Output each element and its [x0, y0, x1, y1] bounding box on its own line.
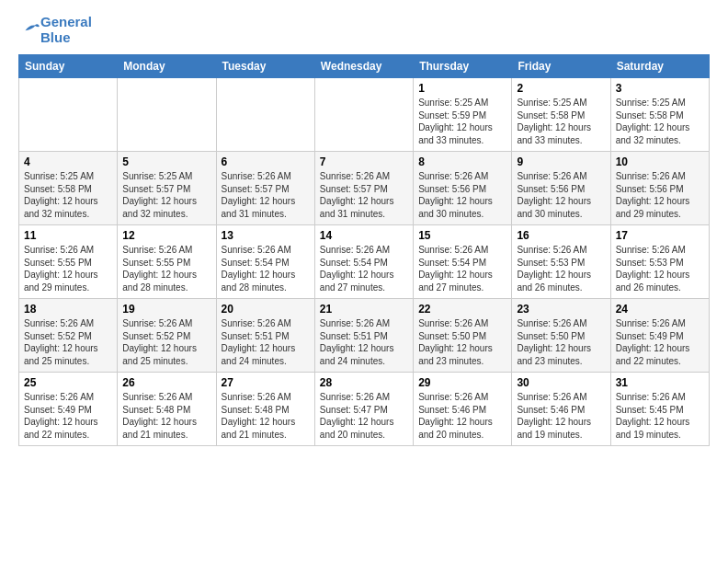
- day-number: 25: [24, 376, 112, 389]
- calendar-cell: 24Sunrise: 5:26 AM Sunset: 5:49 PM Dayli…: [610, 299, 709, 373]
- day-info: Sunrise: 5:26 AM Sunset: 5:57 PM Dayligh…: [222, 170, 310, 220]
- calendar-cell: 10Sunrise: 5:26 AM Sunset: 5:56 PM Dayli…: [610, 152, 709, 225]
- day-number: 13: [222, 229, 310, 242]
- day-info: Sunrise: 5:26 AM Sunset: 5:50 PM Dayligh…: [418, 317, 506, 367]
- day-number: 9: [517, 155, 605, 168]
- day-info: Sunrise: 5:26 AM Sunset: 5:54 PM Dayligh…: [418, 244, 506, 293]
- calendar-cell: 3Sunrise: 5:25 AM Sunset: 5:58 PM Daylig…: [610, 78, 709, 152]
- day-number: 24: [616, 303, 704, 316]
- calendar-cell: 27Sunrise: 5:26 AM Sunset: 5:48 PM Dayli…: [216, 373, 314, 446]
- calendar-cell: 4Sunrise: 5:25 AM Sunset: 5:58 PM Daylig…: [19, 152, 118, 225]
- day-number: 4: [24, 155, 112, 168]
- calendar-cell: 5Sunrise: 5:25 AM Sunset: 5:57 PM Daylig…: [118, 152, 216, 225]
- day-number: 14: [320, 229, 408, 242]
- day-info: Sunrise: 5:26 AM Sunset: 5:53 PM Dayligh…: [616, 244, 704, 293]
- day-info: Sunrise: 5:26 AM Sunset: 5:53 PM Dayligh…: [517, 244, 605, 293]
- calendar-cell: 13Sunrise: 5:26 AM Sunset: 5:54 PM Dayli…: [216, 225, 314, 299]
- calendar-cell: [19, 78, 118, 152]
- day-info: Sunrise: 5:26 AM Sunset: 5:50 PM Dayligh…: [517, 317, 605, 367]
- day-number: 1: [418, 82, 506, 95]
- day-info: Sunrise: 5:26 AM Sunset: 5:51 PM Dayligh…: [320, 317, 408, 367]
- day-info: Sunrise: 5:26 AM Sunset: 5:47 PM Dayligh…: [320, 391, 408, 441]
- day-header-wednesday: Wednesday: [314, 55, 413, 78]
- day-number: 17: [616, 229, 704, 242]
- calendar-cell: 16Sunrise: 5:26 AM Sunset: 5:53 PM Dayli…: [512, 225, 610, 299]
- day-number: 10: [616, 155, 704, 168]
- day-info: Sunrise: 5:26 AM Sunset: 5:48 PM Dayligh…: [122, 391, 210, 441]
- day-info: Sunrise: 5:26 AM Sunset: 5:51 PM Dayligh…: [222, 317, 310, 367]
- calendar-cell: 19Sunrise: 5:26 AM Sunset: 5:52 PM Dayli…: [118, 299, 216, 373]
- calendar-cell: [216, 78, 314, 152]
- calendar-cell: 14Sunrise: 5:26 AM Sunset: 5:54 PM Dayli…: [314, 225, 413, 299]
- day-number: 18: [24, 303, 112, 316]
- calendar-cell: 15Sunrise: 5:26 AM Sunset: 5:54 PM Dayli…: [414, 225, 512, 299]
- day-info: Sunrise: 5:26 AM Sunset: 5:56 PM Dayligh…: [616, 170, 704, 220]
- day-number: 11: [24, 229, 112, 242]
- calendar-cell: 23Sunrise: 5:26 AM Sunset: 5:50 PM Dayli…: [512, 299, 610, 373]
- day-number: 31: [616, 376, 704, 389]
- day-number: 22: [418, 303, 506, 316]
- calendar-cell: 11Sunrise: 5:26 AM Sunset: 5:55 PM Dayli…: [19, 225, 118, 299]
- calendar-cell: 12Sunrise: 5:26 AM Sunset: 5:55 PM Dayli…: [118, 225, 216, 299]
- calendar-cell: 7Sunrise: 5:26 AM Sunset: 5:57 PM Daylig…: [314, 152, 413, 225]
- day-info: Sunrise: 5:26 AM Sunset: 5:56 PM Dayligh…: [418, 170, 506, 220]
- calendar-cell: 18Sunrise: 5:26 AM Sunset: 5:52 PM Dayli…: [19, 299, 118, 373]
- calendar-cell: 29Sunrise: 5:26 AM Sunset: 5:46 PM Dayli…: [414, 373, 512, 446]
- day-info: Sunrise: 5:26 AM Sunset: 5:49 PM Dayligh…: [24, 391, 112, 441]
- day-info: Sunrise: 5:26 AM Sunset: 5:57 PM Dayligh…: [320, 170, 408, 220]
- calendar-cell: 8Sunrise: 5:26 AM Sunset: 5:56 PM Daylig…: [414, 152, 512, 225]
- calendar-cell: 31Sunrise: 5:26 AM Sunset: 5:45 PM Dayli…: [610, 373, 709, 446]
- day-header-thursday: Thursday: [414, 55, 512, 78]
- day-info: Sunrise: 5:26 AM Sunset: 5:48 PM Dayligh…: [222, 391, 310, 441]
- calendar-cell: 28Sunrise: 5:26 AM Sunset: 5:47 PM Dayli…: [314, 373, 413, 446]
- logo: General Blue: [18, 15, 92, 45]
- day-number: 19: [122, 303, 210, 316]
- day-info: Sunrise: 5:25 AM Sunset: 5:58 PM Dayligh…: [517, 97, 605, 146]
- calendar-cell: 21Sunrise: 5:26 AM Sunset: 5:51 PM Dayli…: [314, 299, 413, 373]
- calendar-cell: 20Sunrise: 5:26 AM Sunset: 5:51 PM Dayli…: [216, 299, 314, 373]
- day-info: Sunrise: 5:26 AM Sunset: 5:55 PM Dayligh…: [24, 244, 112, 293]
- calendar-cell: 25Sunrise: 5:26 AM Sunset: 5:49 PM Dayli…: [19, 373, 118, 446]
- day-info: Sunrise: 5:26 AM Sunset: 5:46 PM Dayligh…: [517, 391, 605, 441]
- day-info: Sunrise: 5:25 AM Sunset: 5:58 PM Dayligh…: [616, 97, 704, 146]
- calendar-cell: 1Sunrise: 5:25 AM Sunset: 5:59 PM Daylig…: [414, 78, 512, 152]
- day-info: Sunrise: 5:26 AM Sunset: 5:55 PM Dayligh…: [122, 244, 210, 293]
- day-number: 28: [320, 376, 408, 389]
- day-number: 8: [418, 155, 506, 168]
- day-info: Sunrise: 5:26 AM Sunset: 5:52 PM Dayligh…: [24, 317, 112, 367]
- day-header-sunday: Sunday: [19, 55, 118, 78]
- day-number: 21: [320, 303, 408, 316]
- day-number: 3: [616, 82, 704, 95]
- day-header-monday: Monday: [118, 55, 216, 78]
- day-info: Sunrise: 5:26 AM Sunset: 5:49 PM Dayligh…: [616, 317, 704, 367]
- calendar-cell: 17Sunrise: 5:26 AM Sunset: 5:53 PM Dayli…: [610, 225, 709, 299]
- calendar-table: SundayMondayTuesdayWednesdayThursdayFrid…: [18, 54, 710, 446]
- calendar-cell: 9Sunrise: 5:26 AM Sunset: 5:56 PM Daylig…: [512, 152, 610, 225]
- day-info: Sunrise: 5:26 AM Sunset: 5:56 PM Dayligh…: [517, 170, 605, 220]
- calendar-cell: 30Sunrise: 5:26 AM Sunset: 5:46 PM Dayli…: [512, 373, 610, 446]
- day-header-friday: Friday: [512, 55, 610, 78]
- calendar-cell: [314, 78, 413, 152]
- day-number: 20: [222, 303, 310, 316]
- day-info: Sunrise: 5:25 AM Sunset: 5:58 PM Dayligh…: [24, 170, 112, 220]
- day-info: Sunrise: 5:25 AM Sunset: 5:57 PM Dayligh…: [122, 170, 210, 220]
- calendar-cell: 2Sunrise: 5:25 AM Sunset: 5:58 PM Daylig…: [512, 78, 610, 152]
- day-number: 29: [418, 376, 506, 389]
- day-info: Sunrise: 5:26 AM Sunset: 5:54 PM Dayligh…: [320, 244, 408, 293]
- day-number: 26: [122, 376, 210, 389]
- calendar-cell: [118, 78, 216, 152]
- day-header-tuesday: Tuesday: [216, 55, 314, 78]
- day-header-saturday: Saturday: [610, 55, 709, 78]
- day-info: Sunrise: 5:26 AM Sunset: 5:45 PM Dayligh…: [616, 391, 704, 441]
- day-number: 16: [517, 229, 605, 242]
- day-number: 5: [122, 155, 210, 168]
- day-info: Sunrise: 5:26 AM Sunset: 5:46 PM Dayligh…: [418, 391, 506, 441]
- day-number: 7: [320, 155, 408, 168]
- day-number: 12: [122, 229, 210, 242]
- calendar-cell: 22Sunrise: 5:26 AM Sunset: 5:50 PM Dayli…: [414, 299, 512, 373]
- calendar-cell: 6Sunrise: 5:26 AM Sunset: 5:57 PM Daylig…: [216, 152, 314, 225]
- day-number: 30: [517, 376, 605, 389]
- calendar-cell: 26Sunrise: 5:26 AM Sunset: 5:48 PM Dayli…: [118, 373, 216, 446]
- day-number: 23: [517, 303, 605, 316]
- day-info: Sunrise: 5:26 AM Sunset: 5:54 PM Dayligh…: [222, 244, 310, 293]
